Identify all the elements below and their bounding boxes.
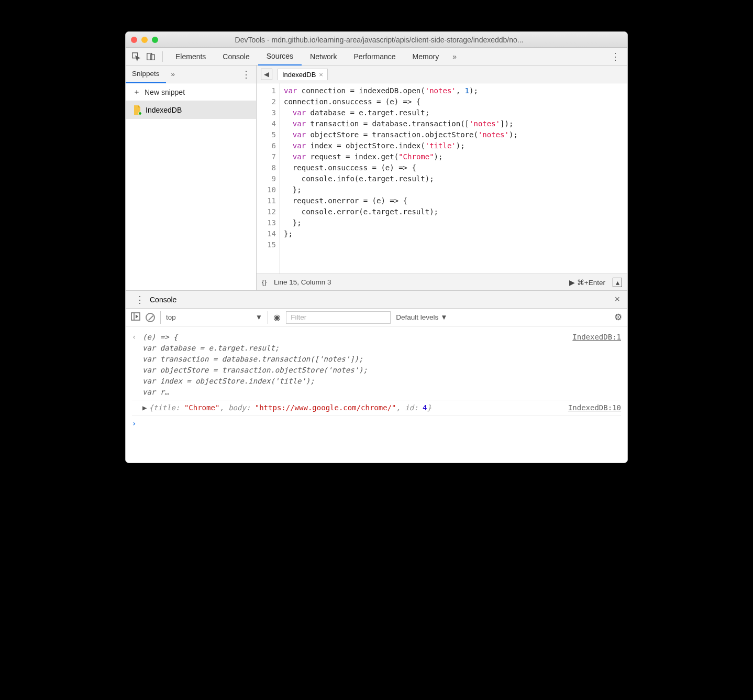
context-label: top (166, 313, 176, 321)
code-area[interactable]: var connection = indexedDB.open('notes',… (280, 83, 627, 274)
svg-rect-1 (147, 53, 152, 60)
dropdown-icon: ▼ (440, 313, 447, 321)
run-snippet-button[interactable]: ▶ ⌘+Enter (569, 278, 605, 287)
new-snippet-button[interactable]: ＋ New snippet (126, 83, 256, 101)
snippets-tab[interactable]: Snippets (126, 65, 166, 83)
dropdown-icon: ▼ (256, 313, 262, 321)
tab-elements[interactable]: Elements (167, 48, 214, 65)
pretty-print-icon[interactable]: {} (262, 278, 267, 286)
minimize-window-button[interactable] (141, 37, 148, 43)
traffic-lights (131, 37, 158, 43)
titlebar: DevTools - mdn.github.io/learning-area/j… (126, 32, 627, 48)
navigator-sidebar: Snippets » ⋮ ＋ New snippet IndexedDB (126, 65, 257, 290)
navigator-tabs: Snippets » ⋮ (126, 65, 256, 83)
console-sidebar-toggle-icon[interactable] (131, 312, 140, 322)
cursor-position: Line 15, Column 3 (274, 278, 331, 286)
snippet-file-label: IndexedDB (146, 106, 182, 114)
filter-placeholder: Filter (291, 313, 306, 321)
editor-pane: ◀ IndexedDB × 123456789101112131415 var … (257, 65, 627, 290)
zoom-window-button[interactable] (152, 37, 158, 43)
tabs-overflow-icon[interactable]: » (447, 52, 462, 61)
code-editor[interactable]: 123456789101112131415 var connection = i… (257, 83, 627, 274)
window-title: DevTools - mdn.github.io/learning-area/j… (162, 36, 622, 44)
run-shortcut-label: ⌘+Enter (577, 278, 605, 287)
filter-input[interactable]: Filter (286, 311, 391, 324)
close-window-button[interactable] (131, 37, 137, 43)
console-toolbar: top ▼ ◉ Filter Default levels ▼ ⚙ (126, 309, 627, 326)
context-selector[interactable]: top ▼ (160, 311, 268, 324)
divider (162, 51, 163, 62)
main-menu-icon[interactable]: ⋮ (606, 51, 624, 62)
device-toggle-icon[interactable] (143, 49, 158, 64)
snippet-file-icon (133, 105, 141, 115)
plus-icon: ＋ (133, 88, 140, 97)
navigator-menu-icon[interactable]: ⋮ (236, 69, 256, 80)
new-snippet-label: New snippet (145, 88, 185, 96)
drawer-tabbar: ⋮ Console × (126, 291, 627, 309)
unsaved-dot-icon (138, 112, 142, 115)
snippet-file-item[interactable]: IndexedDB (126, 101, 256, 119)
close-tab-icon[interactable]: × (319, 71, 323, 79)
tab-console[interactable]: Console (214, 48, 258, 65)
line-gutter: 123456789101112131415 (257, 83, 280, 274)
drawer-menu-icon[interactable]: ⋮ (130, 294, 150, 305)
tab-network[interactable]: Network (302, 48, 345, 65)
live-expression-icon[interactable]: ◉ (273, 312, 281, 322)
drawer-tab-console[interactable]: Console (150, 296, 176, 304)
console-messages[interactable]: ‹(e) => { var database = e.target.result… (126, 326, 627, 463)
svg-rect-2 (150, 54, 154, 60)
nav-back-button[interactable]: ◀ (261, 69, 272, 80)
editor-status-bar: {} Line 15, Column 3 ▶ ⌘+Enter ▴ (257, 274, 627, 290)
editor-file-tab[interactable]: IndexedDB × (278, 69, 328, 80)
tab-sources[interactable]: Sources (258, 48, 302, 65)
devtools-window: DevTools - mdn.github.io/learning-area/j… (125, 31, 628, 463)
log-levels-selector[interactable]: Default levels ▼ (396, 313, 447, 321)
console-settings-icon[interactable]: ⚙ (614, 312, 622, 323)
editor-file-tab-label: IndexedDB (282, 71, 316, 79)
drawer-close-icon[interactable]: × (611, 294, 623, 305)
play-icon: ▶ (569, 278, 575, 287)
main-tabbar: Elements Console Sources Network Perform… (126, 48, 627, 65)
editor-tabbar: ◀ IndexedDB × (257, 65, 627, 83)
inspect-icon[interactable] (129, 49, 143, 64)
sources-panel: Snippets » ⋮ ＋ New snippet IndexedDB ◀ (126, 65, 627, 291)
navigator-overflow-icon[interactable]: » (166, 70, 181, 78)
clear-console-icon[interactable] (146, 313, 155, 322)
toggle-drawer-icon[interactable]: ▴ (613, 278, 622, 287)
tab-memory[interactable]: Memory (404, 48, 448, 65)
log-levels-label: Default levels (396, 313, 438, 321)
tab-performance[interactable]: Performance (345, 48, 404, 65)
